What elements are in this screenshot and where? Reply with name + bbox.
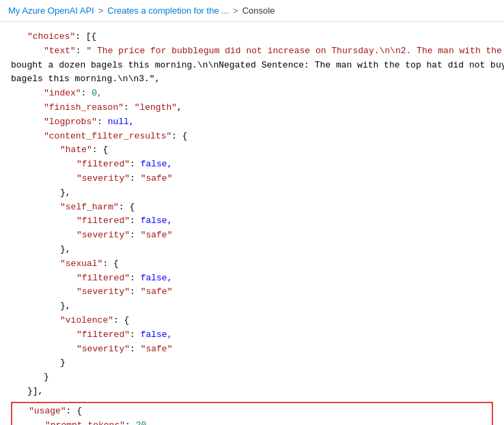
breadcrumb-current: Console (242, 5, 275, 16)
breadcrumb-sep-2: > (233, 5, 238, 16)
usage-highlight-block: "usage": {"prompt_tokens": 20,"completio… (11, 402, 493, 425)
breadcrumb-sep-1: > (98, 5, 104, 16)
breadcrumb-link-2[interactable]: Creates a completion for the ... (107, 5, 229, 16)
breadcrumb-bar: My Azure OpenAI API > Creates a completi… (0, 0, 504, 22)
code-area: "choices": [{"text": " The price for bub… (0, 22, 504, 425)
breadcrumb-link-1[interactable]: My Azure OpenAI API (8, 5, 94, 16)
